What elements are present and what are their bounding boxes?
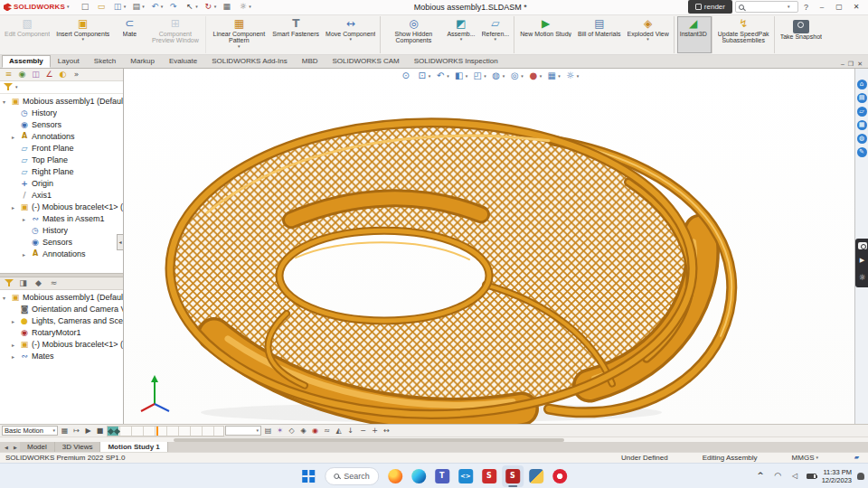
video-icon[interactable] bbox=[856, 256, 868, 267]
panel-collapse-handle[interactable]: ◂ bbox=[117, 234, 124, 250]
tree-item[interactable]: Sensors bbox=[0, 119, 123, 131]
ribbon-tab[interactable]: SOLIDWORKS CAM bbox=[326, 55, 407, 68]
playback-button[interactable] bbox=[94, 426, 106, 436]
ribbon-button[interactable]: Edit Component bbox=[2, 16, 52, 53]
ribbon-button[interactable]: Instant3D bbox=[677, 16, 712, 53]
ribbon-tab[interactable]: SOLIDWORKS Inspection bbox=[407, 55, 505, 68]
tree-item[interactable]: ▸ Lights, Cameras and Scene bbox=[0, 315, 123, 327]
render-button[interactable]: render bbox=[688, 0, 732, 14]
taskbar-app-button[interactable] bbox=[502, 465, 524, 487]
ribbon-button[interactable]: Insert Components ▾ bbox=[53, 16, 112, 53]
ribbon-tab[interactable]: SOLIDWORKS Add-Ins bbox=[204, 55, 295, 68]
ribbon-button[interactable]: New Motion Study bbox=[517, 16, 574, 53]
expand-arrow-icon[interactable]: ▸ bbox=[12, 353, 19, 360]
tree-item[interactable]: ▸ (-) Mobious bracelet<1> (Default) bbox=[0, 202, 123, 213]
motion-tool-button[interactable] bbox=[286, 426, 297, 436]
quick-access-button[interactable]: ▾ bbox=[201, 0, 219, 14]
tree-item[interactable]: ▸ (-) Mobious bracelet<1> (Default) bbox=[0, 339, 123, 351]
taskbar-app-button[interactable] bbox=[455, 465, 476, 487]
ribbon-button[interactable]: Assemb... ▾ bbox=[444, 16, 477, 53]
mobius-bracelet-model[interactable] bbox=[124, 69, 854, 424]
status-item[interactable]: MMGS ▾ bbox=[792, 454, 818, 462]
motion-tool-button[interactable] bbox=[344, 426, 356, 436]
file-explorer-icon[interactable] bbox=[857, 107, 867, 117]
view-tool-button[interactable]: ▾ bbox=[563, 70, 580, 82]
notification-bell-icon[interactable] bbox=[857, 473, 864, 480]
view-tool-button[interactable]: ▾ bbox=[526, 70, 543, 82]
help-button[interactable]: ? bbox=[801, 3, 811, 12]
playback-button[interactable] bbox=[71, 426, 82, 436]
view-tool-button[interactable]: ▾ bbox=[507, 70, 524, 82]
ribbon-tab[interactable]: Layout bbox=[51, 55, 87, 68]
volume-icon[interactable] bbox=[789, 471, 801, 482]
taskbar-app-button[interactable] bbox=[431, 465, 453, 487]
filter-caret-icon[interactable]: ▾ bbox=[15, 85, 18, 89]
minimize-icon[interactable]: – bbox=[814, 0, 830, 14]
ribbon-button[interactable]: Mate bbox=[113, 16, 146, 53]
ribbon-button[interactable]: Update SpeedPak Subassemblies bbox=[715, 16, 775, 53]
expand-arrow-icon[interactable]: ▸ bbox=[12, 204, 19, 211]
horizontal-scrollbar[interactable] bbox=[0, 436, 868, 442]
tree-item[interactable]: Sensors bbox=[0, 237, 123, 249]
quick-access-button[interactable]: ▾ bbox=[235, 0, 253, 14]
dimxpert-icon[interactable] bbox=[43, 69, 55, 80]
playback-button[interactable] bbox=[82, 426, 94, 436]
tree-item[interactable]: Front Plane bbox=[0, 143, 123, 155]
ribbon-tab[interactable]: Markup bbox=[123, 55, 162, 68]
ribbon-button[interactable]: Linear Component Pattern ▾ bbox=[209, 16, 269, 53]
status-item[interactable]: Editing Assembly bbox=[703, 454, 760, 462]
display-manager-icon[interactable] bbox=[57, 69, 69, 80]
tree-item[interactable]: Axis1 bbox=[0, 190, 123, 202]
quick-access-button[interactable] bbox=[78, 0, 93, 14]
maximize-icon[interactable]: ▢ bbox=[831, 0, 847, 14]
taskbar-search[interactable]: Search bbox=[325, 467, 379, 485]
motion-tool-button[interactable] bbox=[333, 426, 344, 436]
view-palette-icon[interactable] bbox=[857, 120, 867, 130]
document-tab[interactable]: Model bbox=[20, 442, 55, 452]
tree-item[interactable]: ▾ Mobious assembly1 (Default) bbox=[0, 96, 123, 108]
solidworks-logo[interactable]: SOLIDWORKS ▾ bbox=[4, 3, 70, 11]
feature-manager-icon[interactable] bbox=[3, 69, 14, 80]
taskbar-app-button[interactable] bbox=[525, 465, 547, 487]
quick-access-button[interactable] bbox=[219, 0, 234, 14]
tab-scroll-left-icon[interactable]: ◀ bbox=[2, 442, 11, 452]
motion-tool-button[interactable] bbox=[309, 426, 321, 436]
gear-icon[interactable] bbox=[856, 273, 868, 284]
custom-properties-icon[interactable] bbox=[857, 147, 867, 157]
motion-tool-button[interactable] bbox=[274, 426, 286, 436]
wifi-icon[interactable] bbox=[772, 471, 784, 482]
document-tab[interactable]: Motion Study 1 bbox=[100, 442, 167, 452]
ribbon-button[interactable]: Show Hidden Components bbox=[383, 16, 443, 53]
home-icon[interactable] bbox=[857, 80, 867, 89]
view-tool-button[interactable] bbox=[399, 70, 413, 82]
tree-item[interactable]: Orientation and Camera Views bbox=[0, 304, 123, 315]
tree-item[interactable]: Origin bbox=[0, 178, 123, 190]
taskbar-clock[interactable]: 11:33 PM 12/2/2023 bbox=[822, 468, 852, 484]
filter2-icon[interactable] bbox=[5, 278, 14, 287]
expand-arrow-icon[interactable]: ▸ bbox=[12, 318, 19, 324]
chevron-up-icon[interactable] bbox=[755, 471, 767, 482]
taskbar-app-button[interactable] bbox=[478, 465, 500, 487]
expand-arrow-icon[interactable]: ▸ bbox=[12, 342, 19, 348]
motion-study-type-select[interactable]: Basic Motion ▾ bbox=[2, 426, 58, 436]
appearances-icon[interactable] bbox=[857, 134, 867, 144]
search-input[interactable] bbox=[746, 3, 786, 11]
tag-icon[interactable] bbox=[851, 453, 863, 464]
tree-item[interactable]: ▸ Mates in Assem1 bbox=[0, 213, 123, 225]
quick-access-button[interactable]: ▾ bbox=[128, 0, 146, 14]
tree-item[interactable]: History bbox=[0, 225, 123, 237]
quick-access-button[interactable]: ▾ bbox=[147, 0, 165, 14]
doc-restore-icon[interactable]: ❐ bbox=[848, 61, 854, 68]
graphics-viewport[interactable]: ▾ ▾ ▾ ▾ bbox=[124, 69, 854, 424]
timeline-playhead[interactable] bbox=[156, 427, 158, 436]
taskbar-app-button[interactable] bbox=[384, 465, 406, 487]
motion-timeline[interactable] bbox=[107, 426, 224, 436]
view-tool-button[interactable]: ▾ bbox=[452, 70, 469, 82]
playback-speed-select[interactable]: ▾ bbox=[225, 426, 261, 436]
tree-item[interactable]: History bbox=[0, 108, 123, 119]
motion-tool-button[interactable] bbox=[297, 426, 309, 436]
display-pane-icon[interactable] bbox=[17, 277, 29, 288]
expand-arrow-icon[interactable]: ▾ bbox=[3, 99, 10, 105]
ribbon-button[interactable]: Exploded View ▾ bbox=[625, 16, 675, 53]
tree-item[interactable]: RotaryMotor1 bbox=[0, 327, 123, 339]
